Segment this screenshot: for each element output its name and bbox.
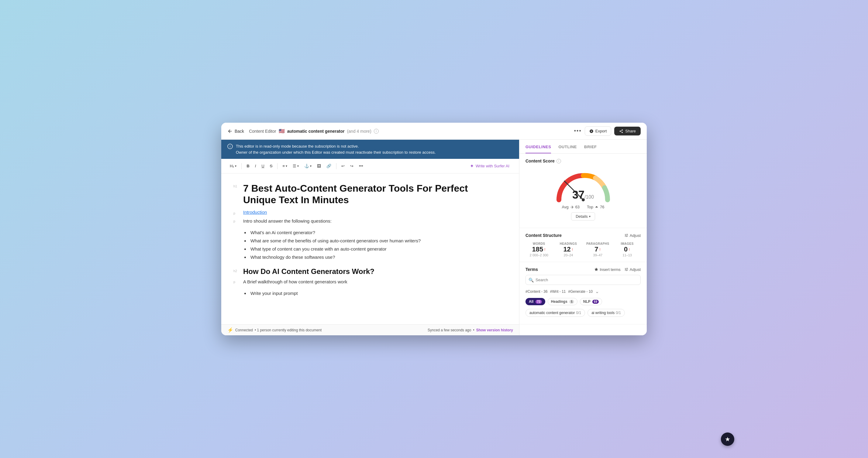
adjust-label: Adjust — [630, 233, 641, 238]
right-panel: GUIDELINES OUTLINE BRIEF Content Score i — [519, 140, 647, 335]
align-button[interactable]: ≡ ▾ — [280, 162, 290, 170]
term-item[interactable]: ai writing tools 0/1 — [587, 309, 625, 317]
share-button[interactable]: Share — [614, 127, 641, 135]
terms-list: automatic content generator 0/1 ai writi… — [525, 309, 641, 319]
alert-line2: Owner of the organization under which th… — [236, 150, 513, 156]
redo-button[interactable]: ↪ — [348, 162, 356, 170]
status-dot: • — [473, 328, 474, 332]
h2-content: How Do AI Content Generators Work? — [243, 267, 501, 276]
image-button[interactable]: 🖼 — [315, 162, 323, 170]
search-input-wrap: 🔍 — [525, 275, 641, 285]
filter-tabs: All 73 Headings 5 NLP 69 — [525, 298, 641, 305]
panel-tabs: GUIDELINES OUTLINE BRIEF — [519, 140, 647, 154]
insert-terms-label: Insert terms — [600, 267, 621, 272]
words-value: 185 ↑ — [525, 246, 553, 253]
details-button[interactable]: Details ▾ — [571, 212, 595, 221]
words-range: 2 000–2 300 — [525, 253, 553, 257]
chevron-down-icon: ▾ — [310, 164, 312, 168]
toolbar-separator-1 — [241, 163, 242, 169]
filter-all[interactable]: All 73 — [525, 298, 545, 305]
term-count: 0/1 — [616, 311, 621, 315]
headings-stat: HEADINGS 12 ↑ 20–24 — [555, 242, 582, 257]
hashtag-content[interactable]: #Content - 36 — [525, 289, 548, 294]
heading-button[interactable]: H₁ ▾ — [227, 162, 239, 170]
list-item: What's an Ai content generator? — [249, 228, 501, 237]
export-label: Export — [595, 129, 607, 133]
flag-icon: 🇺🇸 — [279, 128, 285, 134]
bold-button[interactable]: B — [244, 162, 252, 170]
chevron-down-icon: ▾ — [286, 164, 287, 168]
images-up-icon: ↑ — [628, 247, 630, 252]
surfer-icon: ✦ — [470, 163, 474, 169]
gauge-score: 37/100 — [572, 189, 594, 201]
star-fab-button[interactable]: ★ — [721, 432, 734, 446]
walkthrough-label: p — [234, 278, 240, 284]
content-score-info-icon[interactable]: i — [556, 159, 561, 163]
terms-adjust-button[interactable]: Adjust — [624, 267, 641, 272]
chevron-down-icon: ▾ — [589, 215, 591, 218]
tab-guidelines[interactable]: GUIDELINES — [525, 144, 551, 153]
top-stat: Top 76 — [587, 205, 604, 209]
bullet-list-2: Write your input prompt — [243, 289, 501, 297]
url-button[interactable]: 🔗 — [324, 162, 334, 170]
surfer-ai-button[interactable]: ✦ Write with Surfer AI — [466, 161, 513, 171]
expand-icon[interactable]: ⌄ — [595, 289, 599, 294]
filter-headings[interactable]: Headings 5 — [548, 298, 578, 305]
h1-label: h1 — [234, 183, 240, 188]
hashtag-generate[interactable]: #Generate - 10 — [568, 289, 593, 294]
title-block: h1 7 Best Auto-Content Generator Tools F… — [234, 183, 501, 207]
export-button[interactable]: Export — [585, 126, 612, 136]
walkthrough-content: A Brief walkthrough of how content gener… — [243, 278, 501, 286]
search-input[interactable] — [525, 275, 641, 285]
filter-nlp[interactable]: NLP 69 — [580, 298, 602, 305]
list-item: What technology do these softwares use? — [249, 253, 501, 261]
chevron-down-icon: ▾ — [297, 164, 299, 168]
content-area[interactable]: h1 7 Best Auto-Content Generator Tools F… — [221, 173, 519, 324]
intro-link[interactable]: Introduction — [243, 209, 267, 215]
toolbar: H₁ ▾ B I U S ≡ ▾ — [221, 159, 519, 173]
header-dots[interactable]: ••• — [574, 128, 582, 134]
link-button[interactable]: ⚓ ▾ — [302, 162, 314, 170]
content-score-title: Content Score — [525, 159, 555, 163]
list-button[interactable]: ☰ ▾ — [290, 162, 301, 170]
hashtag-writ[interactable]: #Writ - 11 — [550, 289, 566, 294]
bullets2-block: Write your input prompt — [234, 288, 501, 299]
header-keyword: automatic content generator — [287, 129, 345, 134]
words-stat: WORDS 185 ↑ 2 000–2 300 — [525, 242, 553, 257]
share-label: Share — [625, 129, 636, 133]
avg-value: 63 — [575, 205, 580, 209]
underline-button[interactable]: U — [259, 162, 267, 170]
headings-count: 5 — [569, 300, 574, 304]
tab-outline[interactable]: OUTLINE — [558, 144, 577, 153]
top-label: Top — [587, 205, 593, 209]
title-content: 7 Best Auto-Content Generator Tools For … — [243, 183, 501, 207]
italic-button[interactable]: I — [253, 162, 259, 170]
list-item: What type of content can you create with… — [249, 245, 501, 253]
version-history-link[interactable]: Show version history — [476, 328, 513, 332]
h2-block: h2 How Do AI Content Generators Work? — [234, 267, 501, 276]
words-up-icon: ↑ — [544, 247, 546, 252]
section-heading[interactable]: How Do AI Content Generators Work? — [243, 267, 501, 276]
status-bar: ⚡ Connected • 1 person currently editing… — [221, 324, 519, 335]
headings-up-icon: ↑ — [571, 247, 574, 252]
term-item[interactable]: automatic content generator 0/1 — [525, 309, 585, 317]
header-info-icon[interactable]: i — [374, 129, 379, 134]
term-text: ai writing tools — [591, 311, 615, 315]
tab-brief[interactable]: BRIEF — [584, 144, 597, 153]
structure-adjust-button[interactable]: Adjust — [624, 233, 641, 238]
editing-text: • 1 person currently editing this docume… — [255, 328, 321, 332]
article-title[interactable]: 7 Best Auto-Content Generator Tools For … — [243, 183, 501, 206]
back-button[interactable]: Back — [227, 128, 244, 134]
term-text: automatic content generator — [529, 311, 575, 315]
undo-button[interactable]: ↩ — [339, 162, 347, 170]
back-label: Back — [235, 129, 244, 134]
gauge-stats: Avg 63 Top 76 — [562, 205, 604, 209]
terms-actions: Insert terms Adjust — [594, 267, 641, 272]
structure-grid: WORDS 185 ↑ 2 000–2 300 HEADINGS 12 ↑ — [525, 242, 641, 257]
h2-label: h2 — [234, 267, 240, 273]
walkthrough-block: p A Brief walkthrough of how content gen… — [234, 278, 501, 286]
terms-header: Terms Insert terms Adjust — [525, 267, 641, 272]
strikethrough-button[interactable]: S — [268, 162, 275, 170]
insert-terms-button[interactable]: Insert terms — [594, 267, 621, 272]
more-toolbar-button[interactable]: ••• — [356, 162, 366, 170]
